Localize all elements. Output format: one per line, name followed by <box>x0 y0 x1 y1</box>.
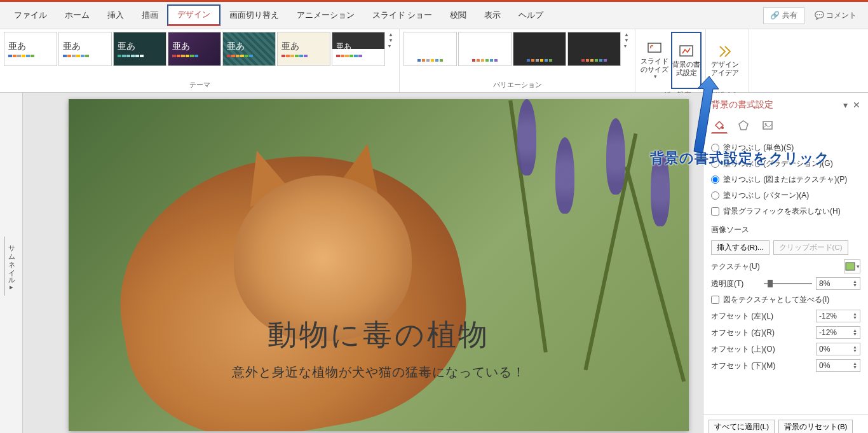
apply-all-button[interactable]: すべてに適用(L) <box>709 420 775 433</box>
fill-gradient-label: 塗りつぶし (グラデーション)(G) <box>723 158 833 169</box>
menu-help[interactable]: ヘルプ <box>510 6 552 25</box>
theme-thumb-2[interactable]: 亜あ <box>58 32 112 66</box>
fill-pattern-radio[interactable] <box>711 191 719 200</box>
menu-transitions[interactable]: 画面切り替え <box>220 6 288 25</box>
transparency-slider[interactable] <box>764 283 813 284</box>
tile-checkbox[interactable] <box>711 296 719 304</box>
menu-slideshow[interactable]: スライド ショー <box>363 6 441 25</box>
variation-thumb-4[interactable] <box>567 32 621 66</box>
reset-background-button[interactable]: 背景のリセット(B) <box>778 420 853 433</box>
offset-right-spinner[interactable]: -12%▲▼ <box>816 326 860 339</box>
fill-tab[interactable] <box>711 117 728 134</box>
menu-animations[interactable]: アニメーション <box>288 6 363 25</box>
menu-view[interactable]: 表示 <box>475 6 510 25</box>
paint-bucket-icon <box>714 120 725 131</box>
picture-icon <box>762 120 773 131</box>
comments-button[interactable]: 💬 コメント <box>808 8 863 24</box>
offset-left-label: オフセット (左)(L) <box>711 311 812 322</box>
fill-gradient-radio[interactable] <box>711 160 719 168</box>
hide-bg-graphics-label: 背景グラフィックを表示しない(H) <box>723 206 841 217</box>
theme-thumb-7[interactable]: 亜あ <box>332 32 385 66</box>
design-ideas-icon <box>717 44 733 58</box>
pentagon-icon <box>738 120 749 131</box>
canvas-area: 動物に毒の植物 意外と身近な植物が犬や猫の猛毒になっている！ <box>23 93 703 433</box>
fill-solid-radio[interactable] <box>711 144 719 152</box>
format-background-button[interactable]: 背景の書式設定 <box>671 32 702 89</box>
offset-bottom-spinner[interactable]: 0%▲▼ <box>816 359 860 372</box>
offset-top-spinner[interactable]: 0%▲▼ <box>816 343 860 355</box>
fill-picture-label: 塗りつぶし (図またはテクスチャ)(P) <box>723 174 847 185</box>
svg-point-4 <box>765 123 767 125</box>
svg-rect-5 <box>846 263 855 270</box>
picture-tab[interactable] <box>759 117 776 134</box>
slide-title[interactable]: 動物に毒の植物 <box>69 315 689 355</box>
image-source-label: 画像ソース <box>711 219 860 238</box>
offset-bottom-label: オフセット (下)(M) <box>711 361 812 371</box>
variation-thumb-2[interactable] <box>458 32 512 66</box>
fill-picture-radio[interactable] <box>711 175 719 184</box>
theme-thumb-5[interactable]: 亜あ <box>222 32 276 66</box>
tile-label: 図をテクスチャとして並べる(I) <box>723 294 829 305</box>
variations-more-dropdown[interactable]: ▲▼▾ <box>622 32 631 49</box>
panel-close-button[interactable]: ✕ <box>853 100 860 110</box>
svg-point-2 <box>721 127 724 129</box>
themes-more-dropdown[interactable]: ▲▼▾ <box>386 32 395 49</box>
theme-thumb-3[interactable]: 亜あ <box>113 32 166 66</box>
insert-image-button[interactable]: 挿入する(R)... <box>711 240 770 255</box>
theme-thumb-6[interactable]: 亜あ <box>277 32 330 66</box>
texture-picker[interactable]: ▾ <box>844 259 860 273</box>
texture-icon <box>845 262 855 271</box>
format-background-icon <box>679 44 694 58</box>
slide[interactable]: 動物に毒の植物 意外と身近な植物が犬や猫の猛毒になっている！ <box>69 99 689 431</box>
variation-thumb-1[interactable] <box>403 32 457 66</box>
menu-bar: ファイル ホーム 挿入 描画 デザイン 画面切り替え アニメーション スライド … <box>0 2 868 29</box>
effects-tab[interactable] <box>735 117 752 134</box>
hide-bg-graphics-checkbox[interactable] <box>711 207 719 216</box>
clipboard-button[interactable]: クリップボード(C) <box>773 240 848 255</box>
fill-solid-label: 塗りつぶし (単色)(S) <box>723 142 794 153</box>
panel-options-dropdown[interactable]: ▾ <box>843 100 848 110</box>
theme-thumb-1[interactable]: 亜あ <box>4 32 57 66</box>
variations-group-label: バリエーション <box>403 79 631 90</box>
variation-thumb-3[interactable] <box>513 32 566 66</box>
offset-left-spinner[interactable]: -12%▲▼ <box>816 310 860 322</box>
fill-pattern-label: 塗りつぶし (パターン)(A) <box>723 190 809 201</box>
menu-design[interactable]: デザイン <box>167 4 220 26</box>
offset-right-label: オフセット (右)(R) <box>711 327 812 338</box>
share-button[interactable]: 🔗 共有 <box>763 7 804 24</box>
themes-group-label: テーマ <box>4 79 395 90</box>
menu-review[interactable]: 校閲 <box>441 6 475 25</box>
theme-thumb-4[interactable]: 亜あ <box>168 32 221 66</box>
slide-subtitle[interactable]: 意外と身近な植物が犬や猫の猛毒になっている！ <box>69 364 689 381</box>
ribbon: 亜あ 亜あ 亜あ 亜あ 亜あ 亜あ 亜あ ▲▼▾ テーマ ▲▼▾ バリエーション… <box>0 29 868 93</box>
menu-home[interactable]: ホーム <box>56 6 98 25</box>
design-ideas-button[interactable]: デザインアイデア <box>710 32 740 89</box>
slide-size-button[interactable]: スライドのサイズ ▾ <box>639 32 670 89</box>
menu-file[interactable]: ファイル <box>5 6 56 25</box>
thumbnail-pane[interactable]: サムネイル ▸ <box>0 93 23 433</box>
panel-title: 背景の書式設定 <box>711 99 838 111</box>
slide-size-icon <box>647 41 662 55</box>
menu-insert[interactable]: 挿入 <box>98 6 133 25</box>
svg-rect-0 <box>648 43 661 52</box>
format-background-panel: 背景の書式設定 ▾ ✕ 塗りつぶし (単色)(S) 塗りつぶし (グラデーション… <box>703 93 868 433</box>
texture-label: テクスチャ(U) <box>711 261 840 272</box>
transparency-spinner[interactable]: 8%▲▼ <box>816 277 860 290</box>
transparency-label: 透明度(T) <box>711 278 760 289</box>
slide-background-image <box>69 99 689 431</box>
offset-top-label: オフセット (上)(O) <box>711 344 812 355</box>
menu-draw[interactable]: 描画 <box>133 6 167 25</box>
